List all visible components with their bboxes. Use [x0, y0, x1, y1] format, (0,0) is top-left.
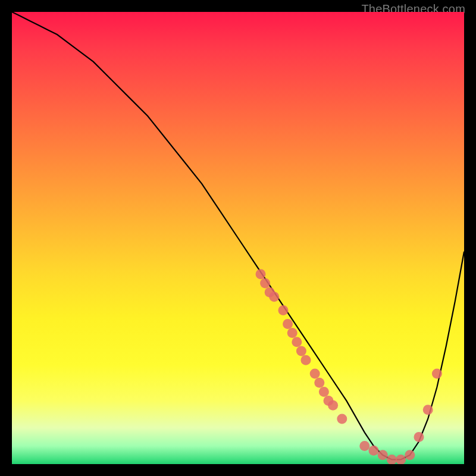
curve-group [12, 12, 464, 459]
data-marker [423, 405, 433, 415]
data-marker [278, 305, 289, 315]
data-marker [292, 337, 302, 347]
data-marker [314, 378, 324, 388]
data-marker [378, 450, 388, 460]
marker-group [256, 269, 442, 464]
data-marker [269, 292, 279, 302]
data-marker [369, 446, 379, 456]
data-marker [414, 432, 424, 442]
data-marker [260, 278, 270, 289]
data-marker [432, 369, 442, 379]
data-marker [405, 450, 415, 460]
data-marker [328, 400, 338, 411]
chart-container: TheBottleneck.com [0, 0, 476, 476]
data-marker [296, 346, 306, 356]
data-marker [301, 355, 311, 365]
data-marker [283, 319, 293, 329]
bottleneck-curve [12, 12, 464, 459]
data-marker [287, 328, 298, 338]
data-marker [310, 369, 320, 379]
data-marker [337, 414, 347, 424]
data-marker [396, 455, 406, 464]
curve-svg [12, 12, 464, 464]
data-marker [256, 269, 266, 279]
plot-area [12, 12, 464, 464]
data-marker [319, 387, 329, 397]
data-marker [359, 441, 369, 451]
data-marker [387, 455, 397, 464]
